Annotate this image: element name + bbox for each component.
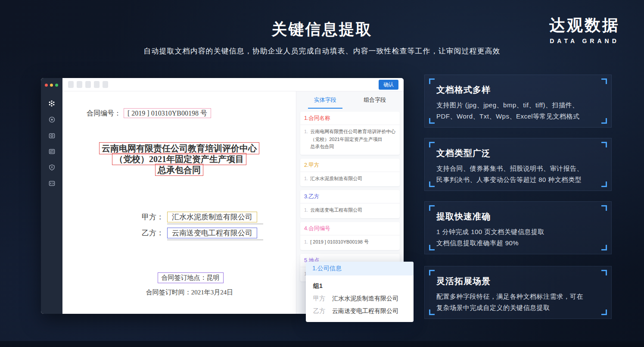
party-b-highlight[interactable]: 云南送变电工程有限公司 — [167, 228, 257, 238]
brand-logo-en: DATA GRAND — [549, 38, 620, 44]
contract-title-highlight[interactable]: 云南电网有限责任公司教育培训评价中心 — [99, 142, 259, 154]
feature-card-doc-types: 文档类型广泛 支持合同、债券募集书、招股说明书、审计报告、 民事判决书、人事变动… — [424, 138, 612, 191]
corner-bracket-icon — [601, 142, 607, 147]
field-value: 云南送变电工程有限公司 — [310, 206, 362, 214]
toolbar-placeholders — [68, 81, 108, 88]
popup-body: 组1 甲方 汇水水泥质制造有限公司 乙方 云南送变电工程有限公司 — [306, 275, 414, 322]
corner-bracket-icon — [601, 181, 607, 187]
minimize-window-button[interactable] — [50, 84, 53, 87]
popup-row-label: 乙方 — [313, 307, 332, 315]
contract-title-highlight[interactable]: （党校）2021年固定资产生产项目 — [112, 153, 246, 165]
corner-bracket-icon — [429, 245, 435, 250]
toolbar-placeholder — [77, 81, 82, 88]
feature-body: 支持图片 (jpg、jpeg、bmp、tif、tiff)、扫描件、 PDF、Wo… — [436, 100, 600, 122]
camera-icon[interactable] — [48, 132, 55, 139]
corner-bracket-icon — [601, 245, 607, 250]
page-title: 关键信息提取 — [0, 19, 644, 40]
datagrand-logo-icon[interactable] — [48, 100, 55, 107]
field-card-contract-name[interactable]: 1.合同名称 1.云南电网有限责任公司教育培训评价中心 （党校）2021年固定资… — [300, 112, 400, 155]
close-window-button[interactable] — [45, 84, 48, 87]
field-label: 4.合同编号 — [300, 222, 400, 235]
brand-logo-cn: 达观数据 — [549, 15, 620, 36]
field-card-party-a[interactable]: 2.甲方 1.汇水水泥质制造有限公司 — [300, 159, 400, 187]
popup-row-party-b: 乙方 云南送变电工程有限公司 — [313, 307, 406, 315]
fields-tabs: 实体字段 组合字段 — [300, 91, 400, 109]
field-label: 1.合同名称 — [300, 112, 400, 125]
feature-card-formats: 文档格式多样 支持图片 (jpg、jpeg、bmp、tif、tiff)、扫描件、… — [424, 75, 612, 128]
page: 关键信息提取 自动提取文档内容的关键信息，协助企业人员完成自动填表、内容一致性检… — [0, 0, 644, 347]
feature-title: 灵活拓展场景 — [436, 275, 600, 287]
corner-bracket-icon — [429, 270, 435, 275]
corner-bracket-icon — [429, 78, 435, 84]
contract-title-highlight[interactable]: 总承包合同 — [155, 164, 203, 176]
corner-bracket-icon — [429, 205, 435, 211]
field-value-index: 1. — [304, 206, 308, 214]
sign-time-text: 合同签订时间：2021年3月24日 — [146, 288, 233, 297]
contract-number-label: 合同编号： — [87, 109, 121, 117]
sidebar-icon-rail — [41, 100, 62, 187]
field-value: [ 2019 ] 010310YB00198 号 — [310, 238, 369, 246]
popup-title: 1.公司信息 — [306, 262, 414, 275]
sign-place-line: 合同签订地点：昆明 — [62, 272, 296, 283]
window-controls — [41, 78, 62, 87]
feature-title: 提取快速准确 — [436, 211, 600, 222]
sign-time-line: 合同签订时间：2021年3月24日 — [62, 288, 296, 297]
popup-row-value: 云南送变电工程有限公司 — [332, 307, 398, 315]
gear-icon[interactable] — [48, 116, 55, 123]
feature-card-speed-accuracy: 提取快速准确 1 分钟完成 100 页文档关键信息提取 文档信息提取准确率超 9… — [424, 201, 612, 254]
field-value-index: 1. — [304, 128, 308, 151]
field-label: 3.乙方 — [300, 190, 400, 203]
feature-body: 支持合同、债券募集书、招股说明书、审计报告、 民事判决书、人事变动公告等超过 8… — [436, 163, 600, 185]
page-subtitle: 自动提取文档内容的关键信息，协助企业人员完成自动填表、内容一致性检查等工作，让审… — [0, 46, 644, 56]
confirm-button[interactable]: 确认 — [379, 80, 398, 90]
corner-bracket-icon — [429, 142, 435, 147]
party-b-label: 乙方： — [142, 229, 164, 237]
feature-title: 文档类型广泛 — [436, 147, 600, 159]
corner-bracket-icon — [601, 205, 607, 211]
party-a-highlight[interactable]: 汇水水泥质制造有限公司 — [167, 212, 257, 222]
feature-title: 文档格式多样 — [436, 84, 600, 96]
tab-entity-fields[interactable]: 实体字段 — [300, 91, 350, 109]
popup-group-label: 组1 — [313, 282, 406, 290]
zoom-window-button[interactable] — [55, 84, 58, 87]
field-label: 2.甲方 — [300, 159, 400, 172]
corner-bracket-icon — [429, 118, 435, 124]
corner-bracket-icon — [601, 270, 607, 275]
brand-logo: 达观数据 DATA GRAND — [549, 15, 620, 44]
corner-bracket-icon — [601, 78, 607, 84]
code-icon[interactable] — [48, 180, 55, 187]
field-value: 汇水水泥质制造有限公司 — [310, 175, 362, 183]
field-card-party-b[interactable]: 3.乙方 1.云南送变电工程有限公司 — [300, 190, 400, 218]
popup-row-value: 汇水水泥质制造有限公司 — [332, 295, 398, 303]
popup-row-label: 甲方 — [313, 295, 332, 303]
popup-row-party-a: 甲方 汇水水泥质制造有限公司 — [313, 295, 406, 303]
field-card-contract-no[interactable]: 4.合同编号 1.[ 2019 ] 010310YB00198 号 — [300, 222, 400, 250]
party-a-line: 甲方：汇水水泥质制造有限公司 — [142, 212, 263, 224]
app-sidebar — [41, 78, 62, 314]
corner-bracket-icon — [601, 309, 607, 315]
news-icon[interactable] — [48, 148, 55, 155]
toolbar-placeholder — [103, 81, 108, 88]
toolbar-placeholder — [68, 81, 74, 88]
toolbar-placeholder — [94, 81, 100, 88]
contract-number-highlight[interactable]: [ 2019 ] 010310YB00198 号 — [124, 108, 211, 118]
field-value: 云南电网有限责任公司教育培训评价中心 （党校）2021年固定资产生产项目 总承包… — [310, 128, 395, 151]
feature-body: 1 分钟完成 100 页文档关键信息提取 文档信息提取准确率超 90% — [436, 226, 600, 248]
sign-place-highlight[interactable]: 合同签订地点：昆明 — [158, 272, 224, 283]
field-value-index: 1. — [304, 238, 308, 246]
company-info-popup[interactable]: 1.公司信息 组1 甲方 汇水水泥质制造有限公司 乙方 云南送变电工程有限公司 — [306, 262, 414, 322]
toolbar-placeholder — [85, 81, 91, 88]
party-b-line: 乙方：云南送变电工程有限公司 — [142, 228, 263, 240]
window-toolbar: 确认 — [62, 78, 404, 91]
field-value-index: 1. — [304, 175, 308, 183]
shield-icon[interactable] — [48, 164, 55, 171]
feature-body: 配置多种字段特征，满足各种文档标注需求，可在 复杂场景中完成自定义的关键信息提取 — [436, 291, 600, 313]
contract-number-line: 合同编号：[ 2019 ] 010310YB00198 号 — [87, 109, 211, 118]
feature-card-flexible-scenes: 灵活拓展场景 配置多种字段特征，满足各种文档标注需求，可在 复杂场景中完成自定义… — [424, 266, 612, 319]
tab-combined-fields[interactable]: 组合字段 — [350, 91, 400, 109]
party-a-label: 甲方： — [142, 213, 164, 221]
corner-bracket-icon — [429, 181, 435, 187]
contract-title: 云南电网有限责任公司教育培训评价中心 （党校）2021年固定资产生产项目 总承包… — [62, 144, 296, 176]
corner-bracket-icon — [601, 118, 607, 124]
corner-bracket-icon — [429, 309, 435, 315]
